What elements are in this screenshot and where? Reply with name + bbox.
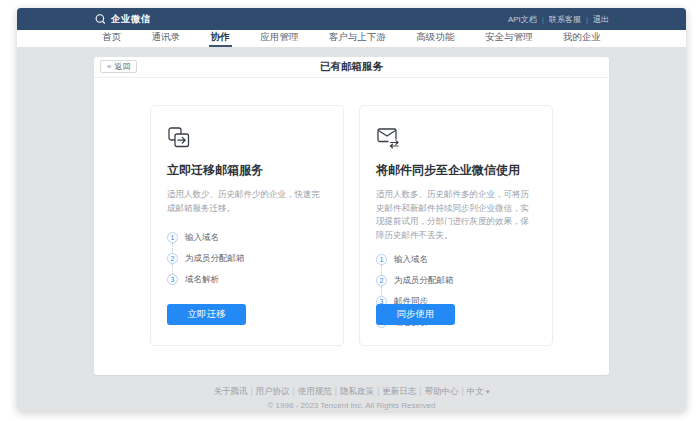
step-label: 输入域名 [394, 254, 428, 266]
mail-sync-icon [376, 126, 400, 149]
card-title: 立即迁移邮箱服务 [167, 162, 327, 179]
back-button[interactable]: « 返回 [100, 60, 137, 73]
footer-link-help-center[interactable]: 帮助中心 [424, 386, 458, 396]
separator: | [250, 386, 252, 396]
language-selector[interactable]: 中文 ▾ [467, 386, 490, 396]
step-number-badge: 2 [167, 253, 178, 264]
step-label: 为成员分配邮箱 [185, 253, 245, 265]
migrate-icon [167, 126, 191, 149]
separator: | [461, 386, 463, 396]
footer-links: 关于腾讯|用户协议|使用规范|隐私政策|更新日志|帮助中心|中文 ▾ [17, 386, 686, 398]
separator: | [335, 386, 337, 396]
step-number-badge: 3 [167, 274, 178, 285]
nav-item-home[interactable]: 首页 [100, 30, 123, 47]
page-footer: 关于腾讯|用户协议|使用规范|隐私政策|更新日志|帮助中心|中文 ▾ © 199… [17, 386, 686, 410]
wechat-work-logo-icon [94, 13, 107, 26]
card-description: 适用人数多、历史邮件多的企业，可将历史邮件和新邮件持续同步到企业微信，实现提前试… [376, 188, 536, 242]
step-item: 1 输入域名 [376, 249, 536, 270]
main-navbar: 首页 通讯录 协作 应用管理 客户与上下游 高级功能 安全与管理 我的企业 [17, 30, 686, 48]
card-title: 将邮件同步至企业微信使用 [376, 162, 536, 179]
topbar: 企业微信 API文档 | 联系客服 | 退出 [17, 8, 686, 30]
step-label: 为成员分配邮箱 [394, 275, 454, 287]
mail-service-panel: « 返回 已有邮箱服务 立即迁移邮箱服务 适用人数少 [94, 57, 609, 375]
card-description: 适用人数少、历史邮件少的企业，快速完成邮箱服务迁移。 [167, 188, 327, 215]
step-item: 3 域名解析 [167, 269, 327, 290]
nav-item-app-management[interactable]: 应用管理 [258, 30, 300, 47]
nav-item-my-company[interactable]: 我的企业 [561, 30, 603, 47]
panel-header: « 返回 已有邮箱服务 [94, 57, 609, 78]
separator: | [586, 15, 588, 24]
separator: | [293, 386, 295, 396]
language-label: 中文 [467, 386, 484, 396]
footer-link-changelog[interactable]: 更新日志 [382, 386, 416, 396]
step-item: 2 为成员分配邮箱 [376, 270, 536, 291]
step-number-badge: 1 [167, 232, 178, 243]
nav-item-contacts[interactable]: 通讯录 [150, 30, 183, 47]
separator: | [377, 386, 379, 396]
logout-link[interactable]: 退出 [593, 14, 609, 25]
back-button-label: 返回 [114, 61, 130, 72]
migrate-now-button[interactable]: 立即迁移 [167, 304, 246, 325]
sync-mail-card: 将邮件同步至企业微信使用 适用人数多、历史邮件多的企业，可将历史邮件和新邮件持续… [359, 105, 553, 346]
steps-list: 1 输入域名 2 为成员分配邮箱 3 域名解析 [167, 227, 327, 290]
step-label: 域名解析 [185, 274, 219, 286]
footer-link-about[interactable]: 关于腾讯 [213, 386, 247, 396]
topbar-links: API文档 | 联系客服 | 退出 [508, 14, 609, 25]
page-body: « 返回 已有邮箱服务 立即迁移邮箱服务 适用人数少 [17, 57, 686, 411]
copyright-text: © 1998 - 2023 Tencent Inc. All Rights Re… [17, 401, 686, 410]
nav-item-collaboration[interactable]: 协作 [209, 30, 232, 47]
admin-console-page: 企业微信 API文档 | 联系客服 | 退出 首页 通讯录 协作 应用管理 客户… [17, 8, 686, 411]
api-docs-link[interactable]: API文档 [508, 14, 537, 25]
option-cards: 立即迁移邮箱服务 适用人数少、历史邮件少的企业，快速完成邮箱服务迁移。 1 输入… [94, 105, 609, 346]
chevron-left-icon: « [107, 62, 111, 71]
sync-use-button[interactable]: 同步使用 [376, 304, 455, 325]
footer-link-user-agreement[interactable]: 用户协议 [256, 386, 290, 396]
step-label: 输入域名 [185, 232, 219, 244]
migrate-mail-card: 立即迁移邮箱服务 适用人数少、历史邮件少的企业，快速完成邮箱服务迁移。 1 输入… [150, 105, 344, 346]
separator: | [542, 15, 544, 24]
footer-link-usage-rules[interactable]: 使用规范 [298, 386, 332, 396]
step-item: 2 为成员分配邮箱 [167, 248, 327, 269]
logo-text: 企业微信 [111, 13, 151, 26]
nav-item-advanced[interactable]: 高级功能 [414, 30, 456, 47]
caret-down-icon: ▾ [486, 388, 490, 395]
step-item: 1 输入域名 [167, 227, 327, 248]
contact-support-link[interactable]: 联系客服 [549, 14, 581, 25]
nav-item-security[interactable]: 安全与管理 [483, 30, 535, 47]
wechat-work-logo[interactable]: 企业微信 [94, 13, 151, 26]
footer-link-privacy[interactable]: 隐私政策 [340, 386, 374, 396]
nav-item-customers[interactable]: 客户与上下游 [327, 30, 388, 47]
step-number-badge: 1 [376, 254, 387, 265]
separator: | [419, 386, 421, 396]
step-number-badge: 2 [376, 275, 387, 286]
page-title: 已有邮箱服务 [320, 60, 383, 74]
